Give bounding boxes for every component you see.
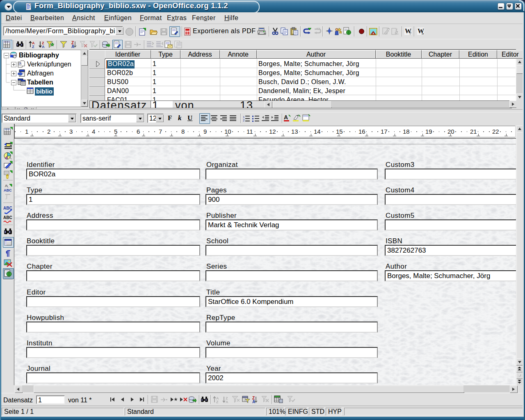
svg-text:ABC: ABC [3,206,12,210]
svg-text:ABC: ABC [3,215,12,220]
svg-text:A: A [252,399,255,404]
svg-text:Z: Z [32,45,34,48]
svg-text:Z: Z [216,400,219,404]
svg-text:A: A [226,400,228,404]
svg-text:2: 2 [243,119,245,122]
svg-text:A: A [42,45,45,48]
svg-text:A: A [71,44,74,48]
svg-text:A: A [284,114,288,121]
svg-text:J: J [5,194,8,201]
svg-text:A: A [5,184,7,188]
svg-text:ABC: ABC [4,188,12,192]
svg-text:?: ? [409,31,411,35]
